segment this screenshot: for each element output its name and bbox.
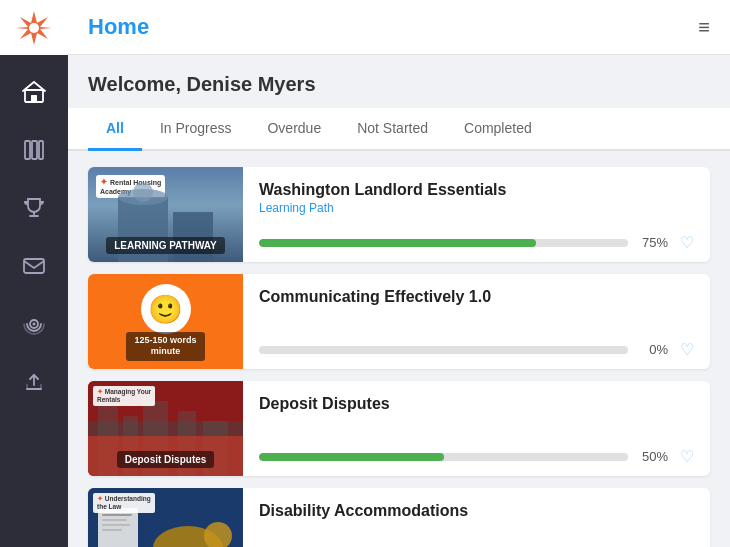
course-title: Disability Accommodations [259,502,694,520]
course-thumbnail: 🙂 125-150 wordsminute [88,274,243,369]
svg-point-1 [29,23,39,33]
thumb-label: LEARNING PATHWAY [106,237,225,254]
sidebar-item-podcasts[interactable] [0,295,68,353]
thumb-label: 125-150 wordsminute [126,332,204,361]
logo [0,0,68,55]
course-card[interactable]: ✦ Rental HousingAcademy LEARNING PATHWAY… [88,167,710,262]
tab-in-progress[interactable]: In Progress [142,108,250,151]
logo-icon [15,9,53,47]
svg-rect-26 [102,514,132,516]
svg-rect-7 [24,259,44,273]
progress-percent: 0% [636,342,668,357]
messages-icon [22,254,46,278]
course-info: Washington Landlord Essentials Learning … [243,167,710,262]
tab-not-started[interactable]: Not Started [339,108,446,151]
favorite-icon[interactable]: ♡ [680,233,694,252]
progress-percent: 75% [636,235,668,250]
tab-all[interactable]: All [88,108,142,151]
favorite-icon[interactable]: ♡ [680,447,694,466]
progress-bar [259,239,628,247]
svg-rect-29 [102,529,122,531]
hamburger-menu[interactable]: ≡ [698,16,710,39]
sidebar-item-export[interactable] [0,353,68,411]
trophy-icon [22,196,46,220]
course-thumbnail: ✦ Managing YourRentals Deposit Disputes [88,381,243,476]
sidebar-item-messages[interactable] [0,237,68,295]
sidebar-item-library[interactable] [0,121,68,179]
course-info: Disability Accommodations 0% ♡ [243,488,710,547]
tab-completed[interactable]: Completed [446,108,550,151]
progress-fill [259,239,536,247]
favorite-icon[interactable]: ♡ [680,340,694,359]
svg-rect-27 [102,519,127,521]
progress-row: 0% ♡ [259,340,694,359]
thumb-logo-tag2: ✦ Understandingthe Law [93,493,155,513]
thumb-label: Deposit Disputes [117,451,215,468]
library-icon [22,138,46,162]
course-info: Communicating Effectively 1.0 0% ♡ [243,274,710,369]
course-title: Washington Landlord Essentials [259,181,694,199]
svg-rect-5 [32,141,37,159]
svg-point-9 [33,323,36,326]
export-icon [22,370,46,394]
progress-bar [259,453,628,461]
svg-rect-4 [25,141,30,159]
svg-rect-6 [39,141,43,159]
welcome-heading: Welcome, Denise Myers [88,55,710,108]
course-thumbnail: ✦ Rental HousingAcademy LEARNING PATHWAY [88,167,243,262]
page-title: Home [88,14,149,40]
main-area: Home ≡ Welcome, Denise Myers All In Prog… [68,0,730,547]
course-card[interactable]: 🙂 125-150 wordsminute Communicating Effe… [88,274,710,369]
progress-row: 50% ♡ [259,447,694,466]
course-title: Communicating Effectively 1.0 [259,288,694,306]
sidebar-item-home[interactable] [0,63,68,121]
course-card[interactable]: ✦ Managing YourRentals Deposit Disputes … [88,381,710,476]
course-thumbnail: Disability Accommodations ✦ Understandin… [88,488,243,547]
course-subtitle: Learning Path [259,201,694,215]
course-title: Deposit Disputes [259,395,694,413]
progress-bar [259,346,628,354]
filter-tabs: All In Progress Overdue Not Started Comp… [68,108,730,151]
tab-overdue[interactable]: Overdue [249,108,339,151]
home-icon [22,80,46,104]
course-info: Deposit Disputes 50% ♡ [243,381,710,476]
progress-percent: 50% [636,449,668,464]
progress-fill [259,453,444,461]
sidebar-item-achievements[interactable] [0,179,68,237]
topbar: Home ≡ [68,0,730,55]
progress-row: 75% ♡ [259,233,694,252]
svg-rect-3 [31,95,37,102]
course-card[interactable]: Disability Accommodations ✦ Understandin… [88,488,710,547]
sidebar [0,0,68,547]
thumb-logo-tag: ✦ Managing YourRentals [93,386,155,406]
content-area: Welcome, Denise Myers All In Progress Ov… [68,55,730,547]
svg-rect-28 [102,524,130,526]
podcasts-icon [22,312,46,336]
svg-rect-25 [98,508,138,547]
